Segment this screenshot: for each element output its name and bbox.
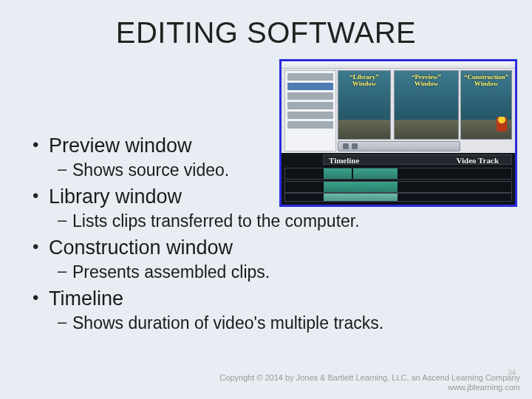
bullet-text: Construction window xyxy=(49,236,233,259)
copyright-url: www.jblearning.com xyxy=(219,383,520,393)
subbullet-library-window: Lists clips transferred to the computer. xyxy=(30,211,502,231)
bullet-text: Library window xyxy=(49,185,182,208)
subbullet-text: Lists clips transferred to the computer. xyxy=(72,211,360,231)
construction-window-pane: “Cunstruction” Window xyxy=(460,70,512,140)
library-window-caption: “Library” Window xyxy=(338,74,390,88)
subbullet-text: Shows duration of video's multiple track… xyxy=(72,313,383,332)
preview-window-caption: “Preview” Window xyxy=(395,74,458,88)
diver-graphic xyxy=(497,117,507,132)
editor-menubar xyxy=(282,61,515,69)
copyright-footer: Copyright © 2014 by Jones & Bartlett Lea… xyxy=(219,373,520,394)
subbullet-timeline: Shows duration of video's multiple track… xyxy=(30,313,502,333)
copyright-line: Copyright © 2014 by Jones & Bartlett Lea… xyxy=(219,373,520,383)
library-window-pane: “Library” Window xyxy=(338,70,391,140)
subbullet-text: Presents assembled clips. xyxy=(72,262,270,282)
bullet-construction-window: Construction window xyxy=(30,236,502,260)
slide-title: EDITING SOFTWARE xyxy=(30,16,502,50)
subbullet-text: Shows source video. xyxy=(72,160,229,180)
preview-window-pane: “Preview” Window xyxy=(394,70,459,140)
subbullet-preview-window: Shows source video. xyxy=(30,160,502,180)
bullet-library-window: Library window xyxy=(30,185,502,209)
slide: EDITING SOFTWARE “Library” Window “Previ… xyxy=(0,0,532,399)
bullet-timeline: Timeline xyxy=(30,287,502,311)
bullet-preview-window: Preview window xyxy=(30,134,502,158)
subbullet-construction-window: Presents assembled clips. xyxy=(30,262,502,282)
construction-window-caption: “Cunstruction” Window xyxy=(461,74,511,88)
bullet-text: Preview window xyxy=(49,134,192,157)
bullet-text: Timeline xyxy=(49,287,123,310)
